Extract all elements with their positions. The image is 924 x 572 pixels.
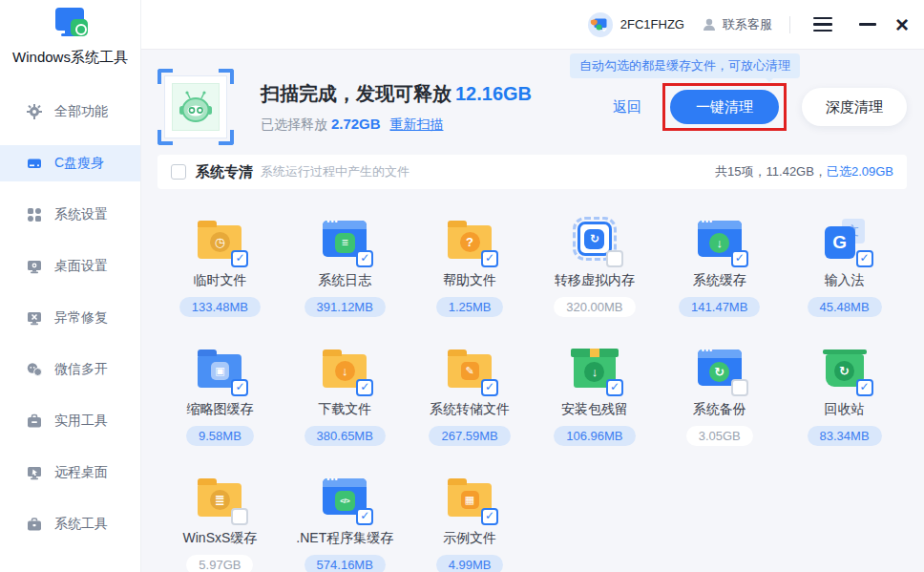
titlebar-divider	[789, 16, 790, 33]
item-checkbox[interactable]: ✓	[356, 379, 373, 396]
scan-subtitle: 已选择释放 2.72GB 重新扫描	[261, 116, 532, 134]
scan-summary: 扫描完成，发现可释放12.16GB 已选择释放 2.72GB 重新扫描	[261, 81, 532, 134]
item-size-badge: 391.12MB	[304, 297, 386, 317]
robot-icon	[178, 89, 214, 125]
cleanup-item-安装包残留[interactable]: ↓ ✓ 安装包残留 106.96MB	[532, 341, 657, 446]
sidebar-item-label: 系统设置	[54, 206, 108, 223]
license-code: 2FC1FHZG	[620, 17, 684, 32]
cleanup-item-缩略图缓存[interactable]: ▣ ✓ 缩略图缓存 9.58MB	[158, 341, 283, 446]
sidebar-item-桌面设置[interactable]: 桌面设置	[0, 248, 140, 285]
sidebar-item-C盘瘦身[interactable]: C盘瘦身	[0, 145, 140, 181]
sidebar-item-label: 异常修复	[54, 309, 108, 327]
contact-support-button[interactable]: 联系客服	[702, 16, 772, 33]
item-name: 安装包残留	[561, 401, 628, 418]
item-checkbox[interactable]: ✓	[856, 250, 873, 267]
cleanup-item-示例文件[interactable]: ▦ ✓ 示例文件 4.99MB	[408, 470, 533, 572]
section-checkbox[interactable]	[171, 164, 186, 180]
cleanup-item-.NET程序集缓存[interactable]: </> ✓ .NET程序集缓存 574.16MB	[283, 470, 408, 572]
cleanup-item-下载文件[interactable]: ↓ ✓ 下载文件 380.65MB	[283, 341, 408, 446]
sidebar-item-微信多开[interactable]: 微信多开	[0, 351, 140, 388]
sidebar-item-label: 微信多开	[54, 361, 108, 378]
system-clean-section-header: 系统专清 系统运行过程中产生的文件 共15项，11.42GB，已选2.09GB	[158, 155, 907, 189]
item-checkbox[interactable]: ✓	[356, 508, 373, 525]
sidebar-item-label: C盘瘦身	[54, 155, 104, 172]
monitor-repair-icon	[27, 310, 42, 326]
sidebar-item-远程桌面[interactable]: 远程桌面	[0, 455, 140, 491]
back-link[interactable]: 返回	[613, 98, 641, 117]
cleanup-item-系统缓存[interactable]: ↓ ✓ 系统缓存 141.47MB	[657, 212, 782, 317]
person-icon	[702, 17, 717, 32]
item-size-badge: 574.16MB	[304, 555, 386, 572]
cleanup-item-系统备份[interactable]: ↻ ✓ 系统备份 3.05GB	[657, 341, 782, 446]
menu-button[interactable]	[809, 13, 836, 36]
item-name: 帮助文件	[443, 272, 496, 289]
item-size-badge: 106.96MB	[554, 426, 635, 446]
sidebar-item-异常修复[interactable]: 异常修复	[0, 300, 140, 336]
item-name: 临时文件	[193, 272, 246, 289]
robot-scan-icon	[158, 69, 234, 145]
minimize-button[interactable]	[859, 23, 878, 26]
item-size-badge: 267.59MB	[429, 426, 510, 446]
cleanup-item-转移虚拟内存[interactable]: ↻ ✓ 转移虚拟内存 320.00MB	[532, 212, 657, 317]
cleanup-item-回收站[interactable]: ↻ ✓ 回收站 83.34MB	[782, 341, 907, 446]
item-size-badge: 133.48MB	[179, 297, 261, 317]
section-summary: 共15项，11.42GB，已选2.09GB	[715, 163, 893, 180]
item-size-badge: 320.00MB	[554, 297, 635, 317]
auto-select-tooltip: 自动勾选的都是缓存文件，可放心清理	[570, 53, 800, 78]
deep-clean-button[interactable]: 深度清理	[802, 88, 907, 126]
grid-icon	[27, 207, 42, 222]
item-checkbox[interactable]: ✓	[231, 250, 248, 267]
selected-summary: 已选2.09GB	[827, 164, 893, 179]
sidebar-item-label: 实用工具	[54, 413, 108, 430]
sidebar-item-全部功能[interactable]: 全部功能	[0, 94, 140, 130]
item-name: 回收站	[825, 401, 865, 418]
cleanup-item-系统日志[interactable]: ≡ ✓ 系统日志 391.12MB	[283, 212, 408, 317]
scan-result-header: 扫描完成，发现可释放12.16GB 已选择释放 2.72GB 重新扫描 返回 一…	[158, 69, 907, 145]
item-checkbox[interactable]: ✓	[606, 379, 623, 396]
support-label: 联系客服	[723, 16, 772, 33]
item-size-badge: 83.34MB	[808, 426, 882, 446]
rescan-link[interactable]: 重新扫描	[389, 117, 443, 132]
item-name: 系统转储文件	[430, 401, 510, 418]
sidebar-item-系统设置[interactable]: 系统设置	[0, 197, 140, 233]
item-checkbox[interactable]: ✓	[481, 379, 498, 396]
item-checkbox[interactable]: ✓	[231, 379, 248, 396]
item-name: WinSxS缓存	[183, 530, 258, 547]
item-size-badge: 141.47MB	[679, 297, 760, 317]
item-size-badge: 9.58MB	[186, 426, 254, 446]
section-description: 系统运行过程中产生的文件	[261, 163, 410, 180]
close-button[interactable]: ×	[895, 13, 909, 36]
item-checkbox[interactable]: ✓	[731, 250, 748, 267]
highlight-box: 一键清理	[662, 83, 787, 131]
item-checkbox[interactable]: ✓	[731, 379, 748, 396]
one-click-clean-button[interactable]: 一键清理	[670, 90, 779, 124]
cleanup-item-临时文件[interactable]: ◷ ✓ 临时文件 133.48MB	[158, 212, 283, 317]
cleanup-item-输入法[interactable]: G ✓ 输入法 45.48MB	[782, 212, 907, 317]
sidebar-item-label: 全部功能	[54, 103, 108, 120]
item-checkbox[interactable]: ✓	[481, 250, 498, 267]
item-size-badge: 4.99MB	[436, 555, 504, 572]
app-logo-icon	[53, 8, 88, 40]
header-actions: 返回 一键清理 深度清理	[613, 83, 907, 131]
item-checkbox[interactable]: ✓	[231, 508, 248, 525]
cleanup-item-WinSxS缓存[interactable]: ≣ ✓ WinSxS缓存 5.97GB	[158, 470, 283, 572]
monitor-gear-icon	[27, 259, 42, 274]
selected-release-size: 2.72GB	[331, 116, 381, 132]
cleanup-item-系统转储文件[interactable]: ✎ ✓ 系统转储文件 267.59MB	[408, 341, 533, 446]
sidebar-item-系统工具[interactable]: 系统工具	[0, 506, 140, 542]
sidebar-item-label: 远程桌面	[54, 464, 108, 481]
item-size-badge: 1.25MB	[436, 297, 504, 317]
app-badge-icon	[588, 12, 613, 37]
app-title: Windows系统工具	[0, 49, 140, 67]
cleanup-item-帮助文件[interactable]: ? ✓ 帮助文件 1.25MB	[408, 212, 533, 317]
item-checkbox[interactable]: ✓	[856, 379, 873, 396]
item-checkbox[interactable]: ✓	[356, 250, 373, 267]
sidebar-item-实用工具[interactable]: 实用工具	[0, 403, 140, 439]
item-size-badge: 380.65MB	[304, 426, 386, 446]
toolbox-icon	[27, 413, 42, 429]
item-checkbox[interactable]: ✓	[606, 250, 623, 267]
item-checkbox[interactable]: ✓	[481, 508, 498, 525]
cleanup-items-grid: ◷ ✓ 临时文件 133.48MB ≡ ✓ 系统日志 391.12MB ? ✓ …	[158, 212, 907, 572]
releasable-size: 12.16GB	[455, 83, 532, 104]
wechat-icon	[27, 362, 42, 377]
